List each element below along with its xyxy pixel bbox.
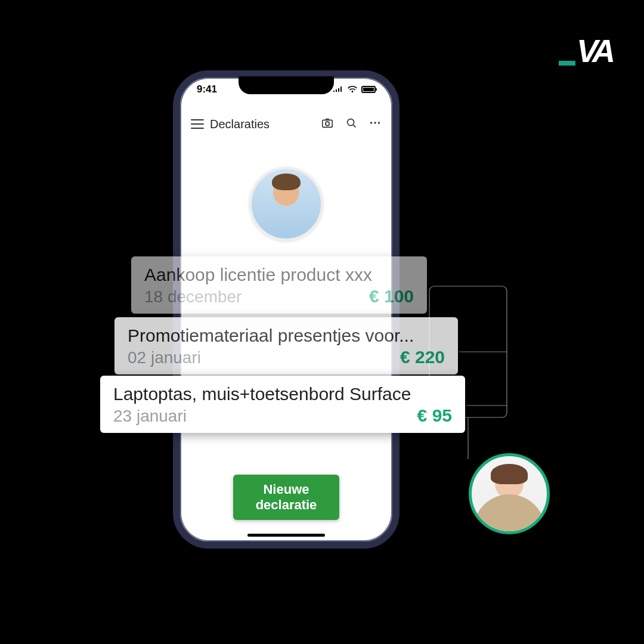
expense-card[interactable]: Aankoop licentie product xxx 18 december… — [131, 256, 427, 314]
phone-notch — [239, 76, 334, 94]
expense-date: 23 januari — [113, 407, 187, 426]
expense-amount: € 95 — [417, 405, 452, 426]
new-declaration-button[interactable]: Nieuwe declaratie — [233, 475, 339, 520]
expense-card[interactable]: Promotiemateriaal presentjes voor... 02 … — [114, 317, 458, 374]
expense-date: 18 december — [144, 287, 242, 306]
expense-title: Laptoptas, muis+toetsenbord Surface — [113, 384, 452, 404]
expense-title: Aankoop licentie product xxx — [144, 265, 414, 285]
expense-amount: € 220 — [400, 347, 445, 367]
manager-avatar[interactable] — [469, 453, 550, 534]
expense-card[interactable]: Laptoptas, muis+toetsenbord Surface 23 j… — [100, 376, 465, 433]
expense-amount: € 100 — [369, 286, 414, 306]
expense-date: 02 januari — [128, 348, 201, 367]
expense-title: Promotiemateriaal presentjes voor... — [128, 326, 445, 346]
